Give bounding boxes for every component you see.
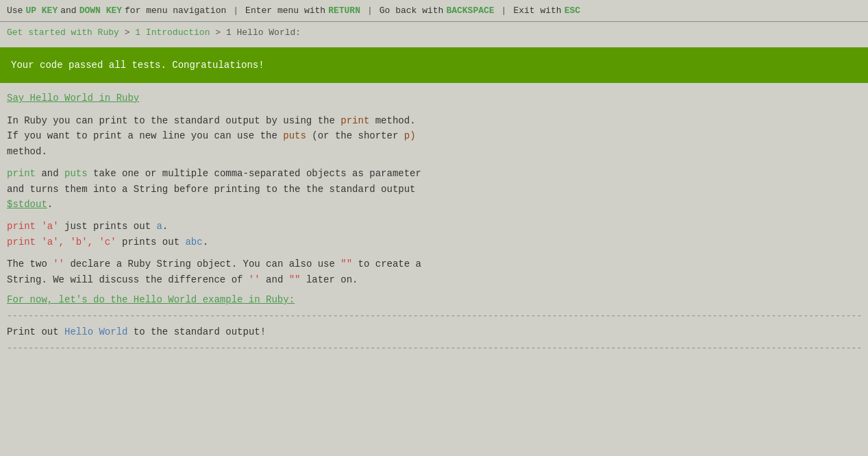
separator3: | [501, 5, 507, 16]
example1-mid: just prints out [64, 221, 156, 232]
breadcrumb-sep2: > [215, 27, 226, 38]
task-code: Hello World [64, 326, 127, 337]
para3-mid1: and [41, 168, 64, 179]
paragraph-1: In Ruby you can print to the standard ou… [7, 113, 861, 159]
task-line: Print out Hello World to the standard ou… [7, 326, 861, 337]
key-return: RETURN [328, 5, 360, 16]
para1-post: method. [375, 115, 416, 126]
para2-mid: (or the shorter [312, 130, 398, 141]
example2-dot: . [203, 237, 208, 248]
para3-code2: puts [64, 168, 88, 179]
key-up: UP KEY [25, 5, 58, 16]
task-pre: Print out [7, 326, 59, 337]
para2-code1: puts [283, 130, 306, 141]
example2-val: abc [185, 237, 202, 248]
topbar-text6: Exit with [513, 5, 561, 16]
para4-code1: '' [53, 259, 64, 269]
breadcrumb-current: 1 Hello World: [226, 27, 301, 38]
para4-mid3: and [266, 274, 289, 285]
topbar-text4: Enter menu with [245, 5, 325, 16]
divider-dashes-1: ----------------------------------------… [7, 311, 861, 321]
para2-code2: p) [404, 130, 416, 141]
para1-pre: In Ruby you can print to the standard ou… [7, 115, 335, 126]
para4-post: later on. [306, 274, 358, 285]
example1-dot: . [162, 221, 168, 232]
example1-val: a [156, 221, 162, 232]
topbar-text2: and [60, 5, 76, 16]
paragraph-2: print and puts take one or multiple comm… [7, 166, 861, 212]
paragraph-4: The two '' declare a Ruby String object.… [7, 256, 861, 287]
lesson-title[interactable]: Say Hello World in Ruby [7, 93, 139, 104]
paragraph-3: print 'a' just prints out a. print 'a', … [7, 219, 861, 250]
separator2: | [367, 5, 373, 16]
para4-code4: "" [289, 274, 301, 285]
para2-post: method. [7, 146, 47, 157]
breadcrumb-link1[interactable]: Get started with Ruby [7, 27, 119, 38]
banner-message: Your code passed all tests. Congratulati… [11, 60, 264, 71]
key-esc: ESC [565, 5, 580, 16]
topbar-text5: Go back with [380, 5, 444, 16]
example-link[interactable]: For now, let's do the Hello World exampl… [7, 294, 295, 305]
task-post: to the standard output! [134, 326, 266, 337]
example2-mid: prints out [122, 237, 185, 248]
content: Say Hello World in Ruby In Ruby you can … [0, 87, 868, 363]
breadcrumb-sep1: > [125, 27, 136, 38]
para4-mid1: declare a Ruby String object. You can al… [70, 259, 334, 269]
para4-code2: "" [340, 259, 352, 269]
key-down: DOWN KEY [79, 5, 122, 16]
example-link-container: For now, let's do the Hello World exampl… [7, 294, 861, 305]
para4-pre: The two [7, 259, 47, 269]
separator1: | [233, 5, 238, 16]
breadcrumb-link2[interactable]: 1 Introduction [135, 27, 210, 38]
para4-code3: '' [249, 274, 260, 285]
para3-code1: print [7, 168, 36, 179]
topbar-text3: for menu navigation [125, 5, 226, 16]
key-backspace: BACKSPACE [446, 5, 494, 16]
divider-dashes-2: ----------------------------------------… [7, 343, 861, 353]
example1-code: print 'a' [7, 221, 59, 232]
example2-code: print 'a', 'b', 'c' [7, 237, 116, 248]
para2-pre: If you want to print a new line you can … [7, 130, 277, 141]
para3-dot: . [47, 199, 53, 210]
para1-code: print [340, 115, 369, 126]
breadcrumb: Get started with Ruby > 1 Introduction >… [0, 22, 868, 43]
top-bar: Use UP KEY and DOWN KEY for menu navigat… [0, 0, 868, 21]
topbar-text1: Use [7, 5, 23, 16]
para3-var: $stdout [7, 199, 47, 210]
success-banner: Your code passed all tests. Congratulati… [0, 47, 868, 83]
